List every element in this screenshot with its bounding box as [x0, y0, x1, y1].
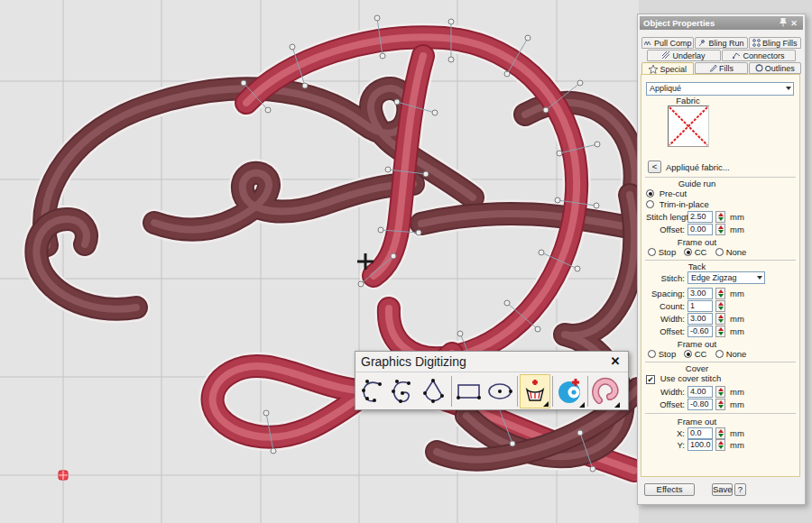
tab-bling-fills[interactable]: Bling Fills [749, 37, 801, 49]
frameout1-none-radio[interactable] [715, 248, 724, 256]
tack-spacing-stepper[interactable] [715, 288, 725, 299]
trim-in-place-radio[interactable] [646, 200, 654, 208]
tab-row-2: Underlay Connectors [647, 50, 796, 61]
bling-run-icon [698, 39, 706, 47]
graphics-digitizing-toolbar: Graphics Digitizing ✕ [355, 351, 629, 410]
special-star-icon [649, 65, 658, 74]
cover-checkbox-row[interactable]: ✔ Use cover stitch [646, 373, 797, 386]
flyout-arrow [543, 401, 549, 407]
object-type-select[interactable]: Appliqué [646, 82, 794, 96]
ellipse-tool-button[interactable] [484, 374, 515, 408]
applique-tool-button[interactable] [520, 374, 550, 408]
toolbar-close-icon[interactable]: ✕ [608, 354, 623, 369]
tack-width-stepper[interactable] [715, 313, 725, 325]
cover-width-row: Width: 4.00 mm [646, 386, 797, 399]
bling-fills-icon [752, 39, 761, 47]
guide-offset-row: Offset: 0.00 mm [646, 224, 797, 236]
object-properties-panel: Object Properties ✕ Pull Comp Bling Run … [637, 14, 806, 505]
special-tab-content: Appliqué Fabric < Appliqué fabric... Gui… [641, 74, 800, 477]
tack-stitch-row: Stitch: Edge Zigzag [646, 272, 797, 285]
flyout-arrow [614, 402, 620, 408]
frame-out-1-options: Stop CC None [646, 247, 797, 260]
cover-width-stepper[interactable] [715, 386, 725, 398]
panel-close-icon[interactable]: ✕ [789, 19, 799, 28]
section-divider [645, 177, 796, 178]
digitize-column-button[interactable] [419, 374, 449, 408]
tab-connectors[interactable]: Connectors [722, 50, 796, 61]
save-button[interactable]: Save [712, 483, 733, 496]
tack-title: Tack [641, 262, 799, 271]
fabric-swatch[interactable] [668, 106, 709, 147]
frameout1-stop-radio[interactable] [648, 248, 656, 256]
help-button[interactable]: ? [734, 483, 746, 496]
effects-button[interactable]: Effects [644, 483, 695, 496]
tab-underlay[interactable]: Underlay [647, 50, 721, 61]
toolbar-separator [451, 376, 452, 407]
tack-stitch-select[interactable]: Edge Zigzag [687, 271, 765, 284]
fills-icon [709, 64, 717, 72]
auto-applique-tool-button[interactable] [555, 374, 586, 408]
tab-fills[interactable]: Fills [695, 62, 747, 74]
tack-count-row: Count: 1 [646, 300, 797, 313]
tab-row-1: Pull Comp Bling Run Bling Fills [641, 37, 801, 49]
tack-count-stepper[interactable] [715, 300, 725, 312]
tab-bling-run[interactable]: Bling Run [695, 37, 747, 49]
partial-applique-tool-button[interactable] [590, 374, 621, 408]
tack-count-input[interactable]: 1 [687, 300, 713, 312]
digitize-open-shape-button[interactable] [357, 374, 388, 408]
frameout2-stop-radio[interactable] [648, 350, 656, 358]
toolbar-separator [587, 376, 588, 407]
cover-offset-stepper[interactable] [715, 399, 725, 410]
cover-title: Cover [641, 363, 799, 373]
frame-out-2-options: Stop CC None [646, 349, 797, 362]
fabric-swap-button[interactable]: < [648, 161, 661, 173]
connectors-icon [733, 51, 741, 60]
frameout1-cc-radio[interactable] [684, 248, 692, 256]
frame-out-3-title: Frame out [641, 417, 799, 427]
frame-out-y-stepper[interactable] [715, 439, 725, 451]
cover-offset-input[interactable]: -0.80 [687, 399, 713, 410]
tack-spacing-input[interactable]: 3.00 [687, 288, 713, 299]
stitch-length-row: Stitch length: 2.50 mm [646, 211, 797, 224]
stitch-length-stepper[interactable] [715, 211, 725, 223]
panel-title: Object Properties [643, 18, 778, 28]
frame-out-x-input[interactable]: 0.0 [687, 427, 713, 439]
guide-offset-stepper[interactable] [715, 224, 725, 235]
rectangle-icon [456, 378, 483, 405]
cover-width-input[interactable]: 4.00 [687, 386, 713, 398]
trim-radio-row[interactable]: Trim-in-place [646, 199, 797, 212]
tack-width-input[interactable]: 3.00 [687, 313, 713, 325]
embroidery-monogram [0, 0, 639, 523]
frame-out-x-row: X: 0.0 mm [646, 427, 797, 440]
stitch-length-input[interactable]: 2.50 [687, 211, 713, 223]
tack-offset-input[interactable]: -0.60 [687, 326, 713, 337]
panel-titlebar[interactable]: Object Properties ✕ [640, 16, 803, 30]
guide-run-title: Guide run [641, 179, 799, 188]
frame-out-1-title: Frame out [641, 237, 799, 247]
precut-radio[interactable] [646, 189, 654, 197]
applique-fabric-link[interactable]: Appliqué fabric... [666, 162, 730, 172]
frame-out-y-row: Y: 100.0 mm [646, 439, 797, 452]
guide-offset-input[interactable]: 0.00 [687, 224, 713, 235]
cover-offset-row: Offset: -0.80 mm [646, 399, 797, 411]
fabric-label: Fabric [641, 96, 734, 106]
pin-icon[interactable] [778, 18, 789, 29]
digitize-closed-shape-button[interactable] [388, 374, 419, 408]
frame-out-y-input[interactable]: 100.0 [687, 439, 713, 451]
tack-offset-stepper[interactable] [715, 326, 725, 337]
outlines-icon [755, 64, 763, 72]
tack-width-row: Width: 3.00 mm [646, 313, 797, 326]
app-window: Graphics Digitizing ✕ [0, 0, 812, 523]
chevron-down-icon [757, 276, 762, 280]
design-canvas[interactable] [0, 0, 639, 523]
section-divider [645, 362, 796, 362]
column-shape-icon [421, 378, 447, 405]
tab-pull-comp[interactable]: Pull Comp [641, 37, 694, 49]
frame-out-x-stepper[interactable] [715, 427, 725, 439]
rectangle-tool-button[interactable] [454, 374, 484, 408]
frameout2-cc-radio[interactable] [684, 350, 692, 358]
frameout2-none-radio[interactable] [715, 350, 724, 358]
tab-outlines[interactable]: Outlines [749, 62, 801, 74]
toolbar-titlebar[interactable]: Graphics Digitizing ✕ [355, 352, 628, 372]
use-cover-stitch-checkbox[interactable]: ✔ [646, 375, 655, 384]
